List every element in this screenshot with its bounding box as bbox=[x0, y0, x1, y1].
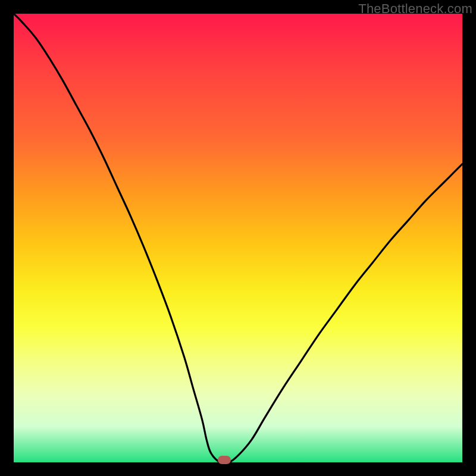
watermark-text: TheBottleneck.com bbox=[358, 1, 472, 17]
optimal-point-marker bbox=[218, 456, 231, 464]
bottleneck-curve bbox=[14, 14, 462, 462]
chart-plot-area bbox=[14, 14, 462, 462]
chart-frame: TheBottleneck.com bbox=[0, 0, 476, 476]
